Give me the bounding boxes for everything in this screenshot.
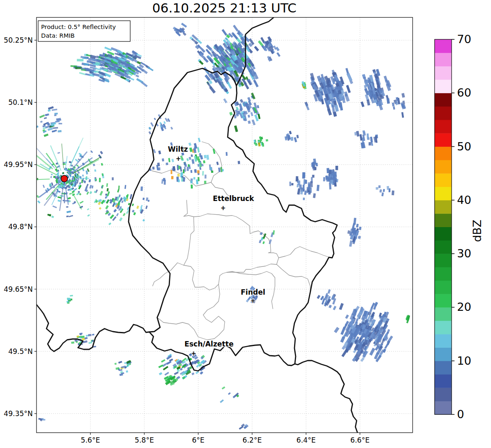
colorbar-segment xyxy=(435,267,452,281)
colorbar-segment xyxy=(435,374,452,388)
colorbar-segment xyxy=(435,387,452,401)
colorbar-segment xyxy=(435,173,452,187)
lat-tick-label: 49.8°N xyxy=(8,223,33,231)
colorbar-segment xyxy=(435,401,452,415)
colorbar-segment xyxy=(435,133,452,147)
colorbar: 010203040506070 dBZ xyxy=(435,33,484,421)
city-marker-icon: + xyxy=(250,297,256,305)
info-product-line: Product: 0.5° Reflectivity xyxy=(41,24,116,30)
radar-site-marker xyxy=(61,175,68,182)
lat-tick-label: 50.25°N xyxy=(4,36,33,44)
colorbar-segment xyxy=(435,80,452,93)
colorbar-tick-label: 0 xyxy=(457,408,464,421)
colorbar-tick-label: 30 xyxy=(457,247,471,260)
radar-figure: 06.10.2025 21:13 UTC Wiltz+Ettelbruck+Fi… xyxy=(0,0,491,448)
lon-tick-label: 5.8°E xyxy=(135,436,154,444)
colorbar-segment xyxy=(435,227,452,241)
colorbar-segment xyxy=(435,240,452,254)
colorbar-segment xyxy=(435,213,452,227)
colorbar-segments xyxy=(435,39,452,415)
colorbar-ticks: 010203040506070 xyxy=(452,33,471,421)
lon-tick-label: 6.6°E xyxy=(350,436,369,444)
colorbar-segment xyxy=(435,200,452,214)
colorbar-tick-label: 40 xyxy=(457,194,471,206)
colorbar-segment xyxy=(435,321,452,334)
lat-tick-label: 50.1°N xyxy=(8,98,33,107)
lon-tick-label: 5.6°E xyxy=(81,436,100,444)
colorbar-segment xyxy=(435,147,452,160)
colorbar-tick-label: 10 xyxy=(457,354,471,367)
city-marker-icon: + xyxy=(221,204,226,212)
lat-tick-label: 49.65°N xyxy=(4,285,33,293)
figure-title: 06.10.2025 21:13 UTC xyxy=(152,0,297,15)
colorbar-tick-label: 20 xyxy=(457,300,471,313)
colorbar-segment xyxy=(435,66,452,80)
info-data-line: Data: RMIB xyxy=(41,32,75,39)
city-label-wiltz: Wiltz xyxy=(168,145,188,153)
city-label-ettelbruck: Ettelbruck xyxy=(213,194,254,203)
lon-tick-label: 6.2°E xyxy=(243,436,262,444)
city-label-findel: Findel xyxy=(241,288,265,296)
colorbar-segment xyxy=(435,39,452,53)
colorbar-segment xyxy=(435,334,452,348)
map-background xyxy=(36,17,413,433)
lon-tick-label: 6.4°E xyxy=(297,436,316,444)
lat-tick-label: 49.35°N xyxy=(4,409,33,418)
lat-tick-label: 49.5°N xyxy=(8,347,33,356)
info-box: Product: 0.5° Reflectivity Data: RMIB xyxy=(38,21,130,41)
colorbar-segment xyxy=(435,307,452,321)
colorbar-tick-label: 60 xyxy=(457,86,471,99)
colorbar-segment xyxy=(435,93,452,107)
radar-site-dot xyxy=(61,175,68,182)
colorbar-tick-label: 70 xyxy=(457,33,471,46)
colorbar-segment xyxy=(435,281,452,294)
colorbar-segment xyxy=(435,107,452,120)
lat-tick-label: 49.95°N xyxy=(4,160,33,169)
colorbar-segment xyxy=(435,53,452,66)
colorbar-segment xyxy=(435,347,452,361)
colorbar-unit-label: dBZ xyxy=(471,220,484,242)
colorbar-segment xyxy=(435,187,452,201)
colorbar-segment xyxy=(435,254,452,267)
city-marker-icon: + xyxy=(176,155,181,162)
colorbar-segment xyxy=(435,120,452,133)
colorbar-tick-label: 50 xyxy=(457,140,471,153)
colorbar-segment xyxy=(435,361,452,375)
lon-tick-label: 6°E xyxy=(192,436,204,444)
colorbar-segment xyxy=(435,160,452,174)
radar-map-canvas: 06.10.2025 21:13 UTC Wiltz+Ettelbruck+Fi… xyxy=(0,0,491,448)
colorbar-segment xyxy=(435,294,452,308)
city-label-esch-alzette: Esch/Alzette xyxy=(185,340,233,348)
city-marker-icon: + xyxy=(191,350,197,357)
